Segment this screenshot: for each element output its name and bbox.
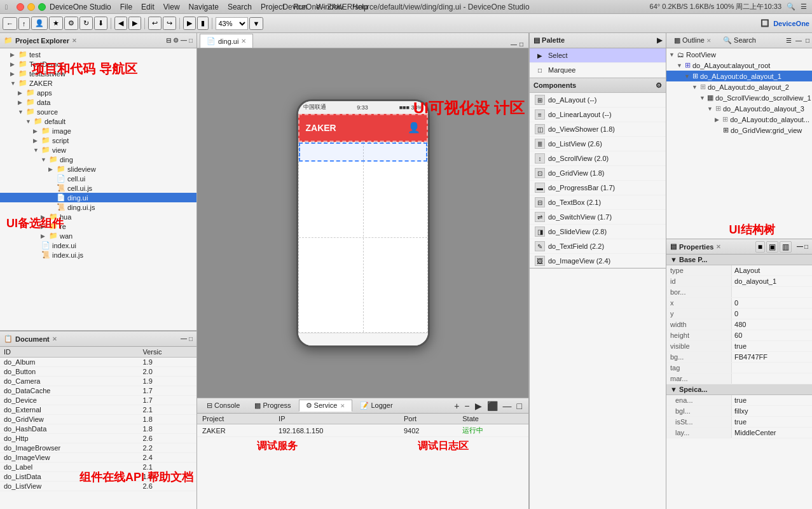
- tree-item-dinguijs[interactable]: 📜ding.ui.js: [0, 202, 196, 212]
- palette-item[interactable]: ⊞do_ALayout (--): [530, 93, 666, 108]
- zoom-dropdown[interactable]: ▼: [249, 17, 264, 30]
- outline-alayout-1[interactable]: ▼⊞do_ALayout:do_alayout_1: [666, 71, 812, 81]
- prop-value-cell[interactable]: 0: [732, 309, 812, 319]
- prop-value-cell[interactable]: 60: [732, 330, 812, 340]
- doc-table-row[interactable]: do_ListData1.8: [0, 472, 196, 482]
- doc-table-row[interactable]: do_External2.1: [0, 405, 196, 415]
- doc-table-row[interactable]: do_HashData1.8: [0, 424, 196, 434]
- tree-item-wan[interactable]: ▶📁wan: [0, 231, 196, 241]
- prop-minimize-icon[interactable]: —: [797, 243, 803, 250]
- speica-prop-value[interactable]: true: [732, 395, 812, 405]
- settings-icon[interactable]: ⚙: [173, 37, 179, 44]
- palette-item[interactable]: ≡do_LinearLayout (--): [530, 108, 666, 122]
- doc-minimize-icon[interactable]: —: [181, 335, 187, 342]
- prop-value-cell[interactable]: [732, 363, 812, 373]
- bottom-tab-progress[interactable]: ▩ Progress: [247, 400, 298, 412]
- doc-table-row[interactable]: do_Label2.1: [0, 463, 196, 472]
- doc-table-row[interactable]: do_ImageView2.4: [0, 453, 196, 463]
- tree-item-indexuijs[interactable]: 📜index.ui.js: [0, 250, 196, 260]
- outline-alayout-root[interactable]: ▼⊞do_ALayout:alayout_root: [666, 60, 812, 71]
- doc-table-row[interactable]: do_Button2.0: [0, 367, 196, 377]
- tree-item-hua[interactable]: ▶📁hua: [0, 212, 196, 221]
- doc-table-row[interactable]: do_ImageBrowser2.2: [0, 443, 196, 453]
- collapse-icon[interactable]: ⊟: [166, 37, 171, 44]
- doc-table-row[interactable]: do_GridView1.8: [0, 415, 196, 424]
- menu-view[interactable]: View: [163, 3, 180, 11]
- service-table-row[interactable]: ZAKER192.168.1.1509402运行中: [197, 424, 528, 437]
- tree-item-data[interactable]: ▶📁data: [0, 97, 196, 107]
- tree-item-script[interactable]: ▶📁script: [0, 136, 196, 145]
- selection-handle[interactable]: [299, 143, 427, 162]
- outline-gridview[interactable]: ⊞do_GridView:grid_view: [666, 125, 812, 136]
- prop-value-cell[interactable]: [732, 287, 812, 297]
- menu-edit[interactable]: Edit: [141, 3, 155, 11]
- tree-item-ding[interactable]: ▼📁ding: [0, 155, 196, 164]
- bottom-tab-console[interactable]: ⊟ Console: [200, 400, 247, 412]
- palette-item[interactable]: ↕do_ScrollView (2.0): [530, 151, 666, 166]
- prop-value-cell[interactable]: FB4747FF: [732, 352, 812, 362]
- tree-item-testlistview[interactable]: ▶📁testListview: [0, 69, 196, 78]
- palette-item[interactable]: ⊟do_TextBox (2.1): [530, 195, 666, 210]
- tree-item-cellui[interactable]: 📄cell.ui: [0, 174, 196, 183]
- palette-item[interactable]: ⇌do_SwitchView (1.7): [530, 210, 666, 225]
- toolbar-button-1[interactable]: ←: [3, 17, 17, 30]
- toolbar-button-8[interactable]: ◀: [114, 17, 127, 30]
- doc-table-row[interactable]: do_Album1.9: [0, 358, 196, 367]
- maximize-bottom-button[interactable]: □: [516, 401, 523, 411]
- prop-value-cell[interactable]: do_alayout_1: [732, 276, 812, 286]
- menu-project[interactable]: Project: [261, 3, 284, 11]
- remove-service-button[interactable]: −: [463, 401, 471, 411]
- add-service-button[interactable]: +: [453, 401, 460, 411]
- far-tabs-collapse[interactable]: ☰: [786, 37, 792, 44]
- close-window-button[interactable]: [17, 3, 24, 11]
- palette-item[interactable]: ⊡do_GridView (1.8): [530, 166, 666, 181]
- toolbar-button-7[interactable]: ⬇: [94, 17, 107, 30]
- search-icon[interactable]: 🔍: [787, 3, 795, 11]
- tree-item-dingui[interactable]: 📄ding.ui: [0, 193, 196, 202]
- palette-select[interactable]: ▶ Select: [530, 48, 666, 63]
- tree-item-zaker[interactable]: ▼📁ZAKER: [0, 78, 196, 88]
- prop-tool-3[interactable]: ▥: [780, 241, 792, 253]
- speica-prop-value[interactable]: fillxy: [732, 406, 812, 416]
- prop-maximize-icon[interactable]: □: [804, 243, 808, 250]
- palette-item[interactable]: 🖼do_ImageView (2.4): [530, 254, 666, 268]
- doc-table-row[interactable]: do_Camera1.9: [0, 377, 196, 386]
- outline-scrollview[interactable]: ▼▦do_ScrollView:do_scrollview_1: [666, 92, 812, 103]
- editor-tab-dingui[interactable]: 📄 ding.ui ✕: [200, 34, 253, 48]
- tree-item-indexui[interactable]: 📄index.ui: [0, 241, 196, 250]
- minimize-icon[interactable]: —: [181, 37, 187, 44]
- palette-item[interactable]: ◨do_SlideView (2.8): [530, 225, 666, 239]
- far-tabs-minimize[interactable]: —: [795, 37, 802, 44]
- prop-value-cell[interactable]: true: [732, 341, 812, 351]
- doc-table-row[interactable]: do_Device1.7: [0, 396, 196, 405]
- doc-maximize-icon[interactable]: □: [189, 335, 193, 342]
- stop-service-button[interactable]: ⬛: [486, 401, 499, 411]
- components-settings-icon[interactable]: ⚙: [656, 81, 662, 90]
- speica-prop-value[interactable]: true: [732, 417, 812, 427]
- palette-marquee[interactable]: □ Marquee: [530, 63, 666, 78]
- list-icon[interactable]: ☰: [801, 3, 807, 11]
- zoom-select[interactable]: 43% 50% 75% 100%: [216, 17, 248, 30]
- outline-alayout-2[interactable]: ▼⊞do_ALayout:do_alayout_2: [666, 81, 812, 92]
- outline-rootview[interactable]: ▼🗂RootView: [666, 50, 812, 60]
- tree-item-default[interactable]: ▼📁default: [0, 116, 196, 126]
- outline-alayout-inner[interactable]: ▶⊞do_ALayout:do_alayout...: [666, 114, 812, 125]
- minimize-window-button[interactable]: [27, 3, 35, 11]
- run-service-button[interactable]: ▶: [474, 401, 483, 411]
- menu-file[interactable]: File: [120, 3, 132, 11]
- toolbar-button-3[interactable]: 👤: [31, 17, 48, 30]
- tree-item-slideview[interactable]: ▶📁slideview: [0, 164, 196, 174]
- bottom-tab-service[interactable]: ⚙ Service ✕: [299, 400, 353, 412]
- speica-prop-value[interactable]: MiddleCenter: [732, 428, 812, 438]
- tree-item-apps[interactable]: ▶📁apps: [0, 88, 196, 97]
- palette-expand-icon[interactable]: ▶: [657, 36, 662, 45]
- prop-tool-2[interactable]: ▣: [766, 241, 778, 253]
- toolbar-stop[interactable]: ▮: [197, 17, 209, 30]
- toolbar-button-9[interactable]: ▶: [128, 17, 141, 30]
- maximize-editor-icon[interactable]: □: [520, 41, 523, 48]
- minimize-bottom-button[interactable]: —: [502, 401, 513, 411]
- prop-value-cell[interactable]: 480: [732, 319, 812, 330]
- toolbar-button-5[interactable]: ⚙: [64, 17, 78, 30]
- tree-item-source[interactable]: ▼📁source: [0, 107, 196, 116]
- toolbar-button-6[interactable]: ↻: [79, 17, 93, 30]
